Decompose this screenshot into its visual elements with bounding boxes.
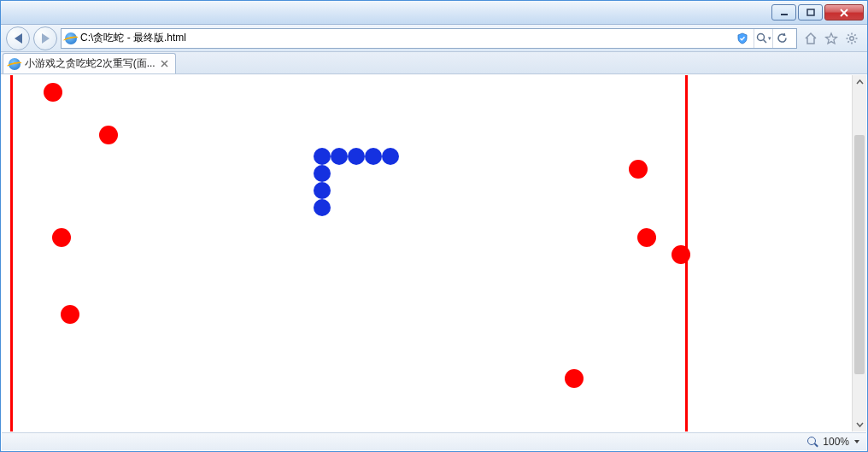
- window-titlebar: [1, 1, 867, 25]
- refresh-button[interactable]: [772, 29, 791, 48]
- close-icon: [840, 9, 848, 17]
- svg-point-4: [757, 34, 764, 41]
- snake-segment: [331, 148, 348, 165]
- arrow-right-icon: [42, 33, 50, 44]
- address-input[interactable]: [80, 32, 733, 44]
- tab-title: 小游戏之贪吃蛇2次重写(面...: [25, 56, 155, 71]
- zoom-icon: [807, 437, 818, 447]
- food-dot: [637, 228, 656, 247]
- search-button[interactable]: ▾: [754, 29, 772, 48]
- tab-favicon: [9, 58, 21, 70]
- food-dot: [52, 228, 71, 247]
- close-icon: [161, 60, 168, 68]
- ie-page-icon: [65, 32, 77, 44]
- scroll-thumb[interactable]: [854, 135, 865, 374]
- arrow-left-icon: [15, 33, 22, 44]
- scroll-down-button[interactable]: [853, 417, 866, 431]
- toolbar-icons: [801, 32, 862, 45]
- address-right-controls: ▾: [736, 29, 793, 48]
- scroll-up-button[interactable]: [853, 75, 866, 90]
- navigation-bar: ▾: [1, 25, 867, 52]
- food-dot: [44, 83, 62, 102]
- snake-segment: [314, 148, 331, 165]
- vertical-scrollbar[interactable]: [852, 75, 866, 431]
- snake-segment: [314, 199, 331, 216]
- security-shield-icon[interactable]: [736, 32, 748, 44]
- chevron-down-icon: ▾: [768, 35, 771, 42]
- zoom-level: 100%: [823, 436, 849, 448]
- tab-close-button[interactable]: [160, 59, 170, 69]
- snake-segment: [348, 148, 365, 165]
- maximize-button[interactable]: [798, 4, 823, 21]
- food-dot: [61, 305, 79, 324]
- close-button[interactable]: [824, 4, 864, 21]
- svg-line-12: [854, 41, 855, 42]
- search-icon: [756, 32, 767, 44]
- snake-segment: [382, 148, 399, 165]
- food-dot: [629, 160, 648, 179]
- chevron-down-icon: [856, 420, 864, 428]
- svg-point-6: [850, 36, 854, 40]
- tab-strip: 小游戏之贪吃蛇2次重写(面...: [1, 52, 867, 74]
- svg-line-5: [763, 40, 766, 44]
- address-bar: ▾: [61, 28, 797, 49]
- svg-line-11: [847, 34, 848, 35]
- refresh-icon: [777, 32, 788, 44]
- status-bar: 100%: [2, 432, 866, 450]
- content-viewport: [2, 75, 866, 431]
- game-canvas[interactable]: [2, 75, 852, 431]
- star-icon: [824, 32, 838, 45]
- tools-button[interactable]: [845, 32, 859, 45]
- svg-line-14: [847, 41, 848, 42]
- gear-icon: [845, 32, 859, 45]
- svg-rect-1: [807, 9, 814, 15]
- snake-segment: [365, 148, 382, 165]
- snake-segment: [314, 165, 331, 182]
- window-buttons: [771, 4, 864, 21]
- forward-button[interactable]: [33, 26, 57, 50]
- svg-line-13: [854, 34, 855, 35]
- zoom-dropdown[interactable]: [854, 440, 859, 443]
- maximize-icon: [806, 9, 815, 17]
- favorites-button[interactable]: [824, 32, 838, 45]
- minimize-icon: [780, 9, 789, 17]
- browser-tab[interactable]: 小游戏之贪吃蛇2次重写(面...: [3, 53, 176, 73]
- home-icon: [804, 32, 818, 45]
- food-dot: [99, 126, 118, 144]
- food-dot: [565, 369, 584, 388]
- food-dot: [672, 245, 690, 264]
- back-button[interactable]: [6, 26, 30, 50]
- snake-segment: [314, 182, 331, 199]
- home-button[interactable]: [804, 32, 818, 45]
- search-refresh-group: ▾: [754, 29, 791, 48]
- left-wall: [10, 75, 13, 431]
- minimize-button[interactable]: [771, 4, 796, 21]
- chevron-up-icon: [856, 79, 864, 86]
